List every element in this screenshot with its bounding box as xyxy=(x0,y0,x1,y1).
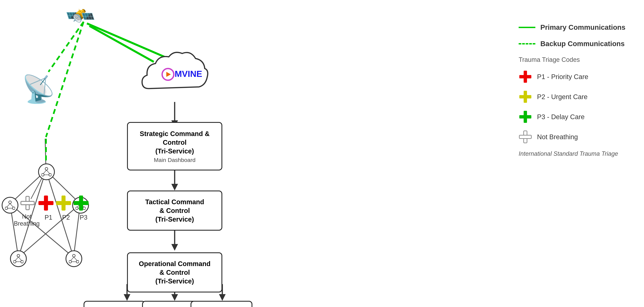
mesh-node-br xyxy=(66,250,82,267)
svg-marker-16 xyxy=(171,184,178,190)
svg-line-60 xyxy=(74,257,77,261)
svg-line-35 xyxy=(43,170,46,174)
not-breathing-label-diag: Not Breathing xyxy=(10,213,44,227)
primary-comm-label: Primary Communications xyxy=(540,24,626,32)
operational-title: Operational Command& Control xyxy=(139,259,210,277)
svg-rect-67 xyxy=(56,201,71,205)
svg-rect-77 xyxy=(519,135,531,138)
svg-marker-21 xyxy=(124,294,130,301)
p2-label-diag: P2 xyxy=(59,214,73,221)
svg-point-52 xyxy=(21,260,24,263)
svg-rect-63 xyxy=(21,202,34,205)
svg-line-36 xyxy=(46,170,50,174)
p2-legend-label: P2 - Urgent Care xyxy=(537,93,588,100)
svg-point-58 xyxy=(76,260,79,263)
backup-comm-label: Backup Communications xyxy=(540,40,624,48)
strategic-subtitle: (Tri-Service) xyxy=(155,147,194,156)
strategic-command-box: Strategic Command & Control (Tri-Service… xyxy=(127,122,222,170)
legend-panel: Primary Communications Backup Communicat… xyxy=(519,24,627,157)
p1-icon xyxy=(38,195,54,212)
p2-icon xyxy=(55,195,72,212)
radio-tower-icon: 📡 xyxy=(22,74,55,105)
svg-marker-26 xyxy=(219,294,226,301)
svg-line-41 xyxy=(7,204,10,207)
svg-point-56 xyxy=(72,254,75,257)
svg-line-54 xyxy=(18,257,22,261)
p3-icon xyxy=(73,195,90,212)
svg-point-40 xyxy=(12,207,15,210)
p3-label-diag: P3 xyxy=(77,214,90,221)
operational-subtitle: (Tri-Service) xyxy=(155,277,194,286)
not-breathing-icon xyxy=(20,196,35,211)
svg-rect-75 xyxy=(519,115,531,118)
strategic-sub2: Main Dashboard xyxy=(154,157,196,163)
svg-marker-23 xyxy=(171,294,178,301)
p3-legend-label: P3 - Delay Care xyxy=(537,113,585,121)
svg-point-38 xyxy=(9,201,11,204)
svg-marker-18 xyxy=(171,244,178,251)
legend-primary-row: Primary Communications xyxy=(519,24,627,32)
hub-node xyxy=(38,164,55,180)
primary-line-icon xyxy=(519,27,535,28)
svg-line-42 xyxy=(10,204,13,207)
legend-nb-row: Not Breathing xyxy=(519,130,627,144)
footnote: International Standard Trauma Triage xyxy=(519,150,627,157)
svg-point-33 xyxy=(42,174,44,176)
tactical-command-box: Tactical Command& Control (Tri-Service) xyxy=(127,190,222,231)
legend-p2-row: P2 - Urgent Care xyxy=(519,90,627,104)
svg-point-57 xyxy=(69,260,72,263)
main-container: 🛰️ 📡 MVINE Strategic Command & Control (… xyxy=(0,0,644,307)
backup-line-icon xyxy=(519,43,535,44)
svg-point-50 xyxy=(17,254,20,257)
operational-command-box: Operational Command& Control (Tri-Servic… xyxy=(127,252,222,292)
svg-rect-69 xyxy=(74,201,88,205)
triage-section-title: Trauma Triage Codes xyxy=(519,56,627,63)
police-box: Police xyxy=(190,301,252,307)
legend-p1-row: P1 - Priority Care xyxy=(519,70,627,84)
svg-text:MVINE: MVINE xyxy=(175,69,202,79)
tactical-subtitle: (Tri-Service) xyxy=(155,215,194,224)
strategic-title: Strategic Command & Control xyxy=(128,129,222,147)
fire-box: Fire xyxy=(84,301,146,307)
nb-legend-label: Not Breathing xyxy=(537,133,578,141)
p1-label-diag: P1 xyxy=(42,214,55,221)
svg-rect-65 xyxy=(38,201,54,205)
mesh-node-bl xyxy=(10,250,27,267)
svg-point-39 xyxy=(5,207,8,210)
svg-rect-71 xyxy=(519,75,531,78)
satellite-icon: 🛰️ xyxy=(63,0,98,32)
tactical-title: Tactical Command& Control xyxy=(145,198,204,215)
mesh-node-tl xyxy=(2,197,18,214)
svg-line-53 xyxy=(15,257,18,261)
mvine-cloud: MVINE xyxy=(139,48,209,102)
legend-p3-row: P3 - Delay Care xyxy=(519,110,627,124)
svg-point-34 xyxy=(49,174,52,176)
legend-backup-row: Backup Communications xyxy=(519,40,627,48)
svg-point-51 xyxy=(13,260,16,263)
svg-line-59 xyxy=(70,257,74,261)
svg-rect-73 xyxy=(519,95,531,98)
p1-legend-label: P1 - Priority Care xyxy=(537,73,588,80)
svg-point-32 xyxy=(45,168,48,170)
